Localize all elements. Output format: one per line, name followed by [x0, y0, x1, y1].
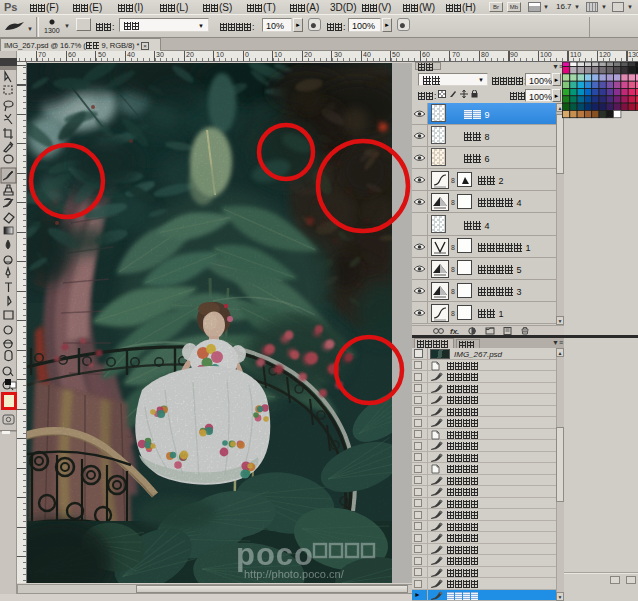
- svg-text:poco: poco: [236, 537, 314, 572]
- svg-text:http://photo.poco.cn/: http://photo.poco.cn/: [244, 568, 345, 580]
